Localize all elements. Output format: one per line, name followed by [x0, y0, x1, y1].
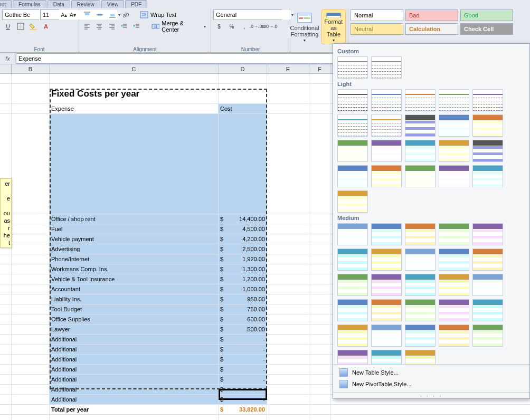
table-style-swatch[interactable] — [472, 114, 503, 137]
grid-cell[interactable] — [267, 345, 309, 354]
grid-cell[interactable] — [12, 355, 50, 364]
row-header[interactable] — [0, 284, 12, 294]
table-style-swatch[interactable] — [472, 140, 503, 162]
grid-cell[interactable] — [12, 84, 50, 103]
align-top-button[interactable] — [81, 9, 93, 20]
grid-cell[interactable] — [309, 74, 330, 83]
table-style-swatch[interactable] — [337, 324, 368, 347]
grid-cell[interactable] — [219, 415, 267, 420]
table-style-swatch[interactable] — [405, 89, 436, 111]
table-style-swatch[interactable] — [371, 299, 402, 321]
grid-cell[interactable]: Additional — [50, 345, 219, 354]
grid-cell[interactable]: $- — [219, 345, 267, 354]
grid-cell[interactable] — [219, 74, 267, 83]
align-left-button[interactable] — [81, 21, 93, 32]
grid-cell[interactable] — [267, 224, 309, 234]
grid-cell[interactable] — [267, 274, 309, 284]
grid-cell[interactable] — [309, 294, 330, 304]
table-style-swatch[interactable] — [337, 350, 368, 364]
table-style-swatch[interactable] — [472, 223, 503, 245]
grid-cell[interactable] — [12, 254, 50, 264]
grid-cell[interactable]: $500.00 — [219, 324, 267, 334]
grid-cell[interactable]: Vehicle & Tool Insurance — [50, 274, 219, 284]
grid-cell[interactable] — [12, 335, 50, 344]
table-style-swatch[interactable] — [405, 350, 436, 364]
grid-cell[interactable]: $- — [219, 385, 267, 394]
row-header[interactable] — [0, 274, 12, 284]
grid-cell[interactable] — [309, 375, 330, 384]
grid-cell[interactable]: $- — [219, 335, 267, 344]
grid-cell[interactable] — [267, 84, 309, 103]
grid-cell[interactable] — [267, 324, 309, 334]
table-style-swatch[interactable] — [405, 140, 436, 162]
grid-cell[interactable]: Expense — [50, 104, 219, 113]
grid-cell[interactable] — [309, 365, 330, 374]
grid-cell[interactable] — [267, 104, 309, 113]
orientation-button[interactable]: ab — [119, 9, 131, 20]
col-header-C[interactable]: C — [50, 64, 219, 74]
grid-cell[interactable]: Vehicle payment — [50, 234, 219, 244]
col-header-E[interactable]: E — [267, 64, 309, 74]
grid-cell[interactable] — [267, 355, 309, 364]
font-name-combo[interactable]: ▾ — [2, 9, 39, 20]
tab-review[interactable]: Review — [71, 0, 100, 8]
grid-cell[interactable]: $1,000.00 — [219, 284, 267, 294]
col-header-F[interactable]: F — [309, 64, 330, 74]
table-style-swatch[interactable] — [405, 223, 436, 245]
grid-cell[interactable] — [309, 405, 330, 414]
table-style-swatch[interactable] — [439, 274, 469, 296]
grid-cell[interactable] — [12, 415, 50, 420]
grid-cell[interactable]: Phone/Internet — [50, 254, 219, 264]
table-style-swatch[interactable] — [337, 249, 368, 271]
grid-cell[interactable]: $14,400.00 — [219, 214, 267, 224]
row-header[interactable] — [0, 314, 12, 324]
table-style-swatch[interactable] — [439, 89, 469, 111]
table-style-swatch[interactable] — [337, 190, 368, 213]
grid-cell[interactable] — [12, 104, 50, 113]
table-style-swatch[interactable] — [472, 299, 503, 321]
table-style-swatch[interactable] — [472, 324, 503, 347]
grid-cell[interactable] — [309, 304, 330, 314]
grid-cell[interactable]: Fixed Costs per year — [50, 84, 219, 103]
grid-cell[interactable] — [12, 214, 50, 224]
cell-style-calculation[interactable]: Calculation — [405, 23, 458, 35]
grid-cell[interactable] — [267, 314, 309, 324]
table-style-swatch[interactable] — [439, 324, 469, 347]
row-header[interactable] — [0, 405, 12, 414]
merge-center-button[interactable]: a Merge & Center ▾ — [149, 21, 209, 32]
tab-pdf[interactable]: PDF — [125, 0, 147, 8]
increase-decimal-button[interactable]: .0→.00 — [251, 21, 263, 32]
table-style-swatch[interactable] — [439, 249, 469, 271]
row-header[interactable] — [0, 304, 12, 314]
row-header[interactable] — [0, 264, 12, 274]
grid-cell[interactable]: $1,920.00 — [219, 254, 267, 264]
grid-cell[interactable]: $950.00 — [219, 294, 267, 304]
grow-font-button[interactable]: A▴ — [60, 9, 68, 20]
cell-style-check[interactable]: Check Cell — [460, 23, 513, 35]
table-style-swatch[interactable] — [371, 56, 402, 79]
grid-cell[interactable] — [309, 345, 330, 354]
grid-cell[interactable] — [12, 244, 50, 254]
tab-view[interactable]: View — [101, 0, 125, 8]
grid-cell[interactable] — [12, 385, 50, 394]
table-style-swatch[interactable] — [337, 140, 368, 162]
grid-cell[interactable] — [309, 324, 330, 334]
format-as-table-button[interactable]: Format as Table ▾ — [321, 9, 346, 44]
align-middle-button[interactable] — [94, 9, 106, 20]
align-center-button[interactable] — [94, 21, 106, 32]
grid-cell[interactable] — [267, 415, 309, 420]
grid-cell[interactable] — [267, 335, 309, 344]
grid-cell[interactable] — [309, 284, 330, 294]
comma-button[interactable]: , — [239, 21, 250, 32]
table-style-swatch[interactable] — [371, 324, 402, 347]
table-style-swatch[interactable] — [472, 274, 503, 296]
grid-cell[interactable] — [309, 385, 330, 394]
grid-cell[interactable]: Tool Budget — [50, 304, 219, 314]
table-style-swatch[interactable] — [371, 223, 402, 245]
grid-cell[interactable] — [12, 224, 50, 234]
grid-cell[interactable] — [12, 274, 50, 284]
grid-cell[interactable]: Additional — [50, 355, 219, 364]
table-style-swatch[interactable] — [405, 274, 436, 296]
grid-cell[interactable]: $- — [219, 395, 267, 404]
table-style-swatch[interactable] — [405, 324, 436, 347]
